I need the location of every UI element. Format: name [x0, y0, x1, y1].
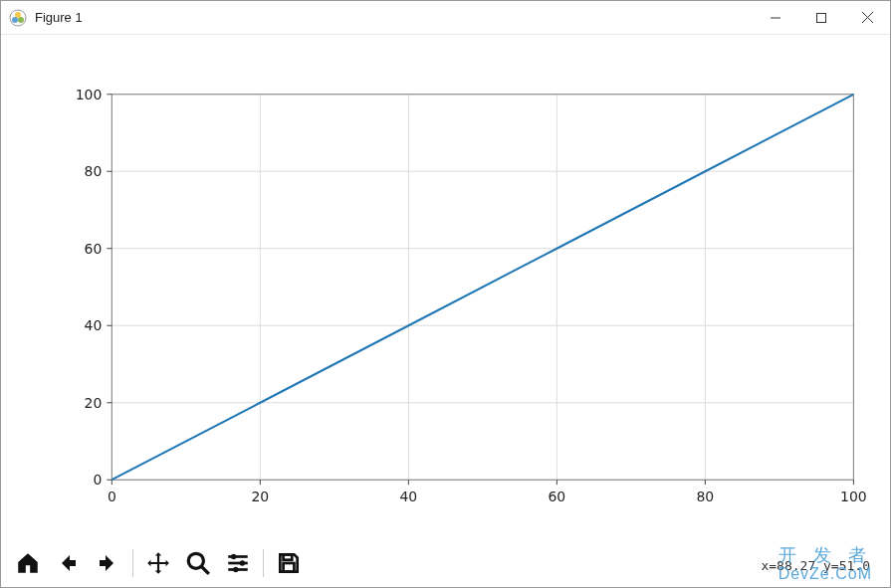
svg-text:60: 60 [85, 241, 103, 257]
pan-button[interactable] [141, 546, 175, 580]
svg-text:0: 0 [93, 472, 102, 488]
arrow-left-icon [56, 551, 80, 575]
cursor-coordinates: x=88.27 y=51.0 [761, 558, 870, 573]
svg-rect-53 [284, 554, 293, 559]
svg-text:20: 20 [251, 489, 269, 504]
svg-line-46 [201, 566, 209, 574]
save-icon [276, 550, 302, 576]
svg-text:100: 100 [76, 87, 103, 102]
plot-area[interactable]: 020406080100020406080100 [1, 35, 890, 539]
svg-point-1 [15, 12, 21, 18]
window-titlebar: Figure 1 [1, 1, 890, 35]
svg-text:100: 100 [840, 489, 867, 504]
move-icon [145, 550, 171, 576]
forward-button[interactable] [91, 546, 124, 580]
line-chart: 020406080100020406080100 [1, 35, 890, 539]
save-button[interactable] [272, 546, 306, 580]
minimize-button[interactable] [753, 1, 798, 35]
back-button[interactable] [51, 546, 85, 580]
svg-text:20: 20 [85, 395, 103, 411]
configure-subplots-button[interactable] [221, 546, 255, 580]
home-icon [15, 550, 41, 576]
svg-text:0: 0 [108, 489, 116, 504]
svg-text:80: 80 [85, 163, 103, 179]
svg-point-45 [188, 553, 203, 568]
home-button[interactable] [11, 546, 45, 580]
svg-point-52 [233, 567, 238, 572]
svg-rect-5 [817, 13, 826, 22]
toolbar-separator [132, 549, 133, 577]
svg-point-48 [231, 554, 236, 559]
arrow-right-icon [96, 551, 119, 575]
close-button[interactable] [844, 1, 890, 35]
matplotlib-toolbar: x=88.27 y=51.0 开 发 者 DevZe.CoM [1, 539, 890, 587]
svg-text:80: 80 [696, 489, 714, 504]
zoom-button[interactable] [181, 546, 215, 580]
svg-text:60: 60 [548, 489, 565, 504]
svg-point-2 [12, 17, 18, 23]
svg-rect-54 [284, 563, 295, 572]
svg-point-3 [18, 17, 24, 23]
maximize-button[interactable] [798, 1, 844, 35]
sliders-icon [225, 550, 251, 576]
window-title: Figure 1 [35, 10, 83, 25]
app-icon [9, 9, 27, 27]
svg-point-50 [240, 560, 245, 565]
svg-text:40: 40 [85, 317, 103, 333]
svg-text:40: 40 [399, 489, 417, 504]
magnifier-icon [185, 550, 211, 576]
toolbar-separator [263, 549, 264, 577]
